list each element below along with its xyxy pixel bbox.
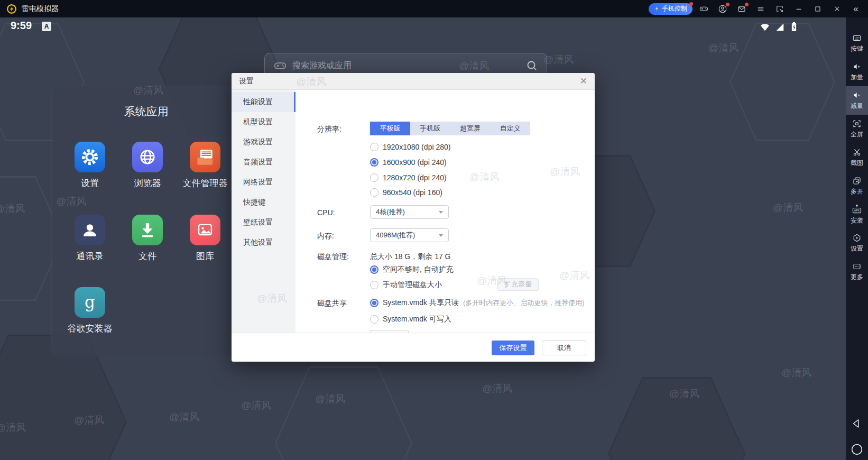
radio-manual-disk[interactable]: 手动管理磁盘大小 (370, 280, 442, 290)
toolbar-fullscreen[interactable]: 全屏 (846, 115, 868, 143)
expand-capacity-button[interactable]: 扩充容量 (497, 278, 539, 291)
account-button[interactable] (715, 2, 731, 16)
segment-tablet[interactable]: 平板版 (370, 122, 410, 135)
keyboard-icon (852, 33, 862, 43)
tab-network-settings[interactable]: 网络设置 (232, 172, 296, 192)
radio-1600x900[interactable]: 1600x900 (dpi 240) (370, 158, 447, 167)
search-placeholder: 搜索游戏或应用 (292, 60, 520, 71)
minimize-button[interactable] (791, 2, 807, 16)
toolbar-keymapping[interactable]: 按键 (846, 29, 868, 58)
lightning-icon (654, 5, 660, 12)
app-shortcut-gallery[interactable]: 图库 (181, 215, 229, 262)
toolbar-label: 减量 (851, 102, 863, 111)
tab-performance-settings[interactable]: 性能设置 (232, 92, 296, 112)
title-bar: 雷电模拟器 手机控制 (0, 0, 868, 17)
search-icon[interactable] (525, 59, 538, 72)
toolbar-label: 更多 (851, 273, 863, 282)
side-toolbar: 按键 加量 减量 全屏 (846, 17, 868, 460)
cancel-button[interactable]: 取消 (542, 341, 586, 355)
radio-1280x720[interactable]: 1280x720 (dpi 240) (370, 173, 447, 182)
more-icon (852, 262, 862, 271)
ldplayer-window: 雷电模拟器 手机控制 (0, 0, 868, 460)
hexagon-decoration (730, 23, 835, 141)
toolbar-label: 按键 (851, 44, 863, 53)
app-shortcut-settings[interactable]: 设置 (66, 142, 114, 189)
messages-button[interactable] (734, 2, 750, 16)
maximize-button[interactable] (810, 2, 826, 16)
volume-up-icon (852, 62, 862, 71)
save-settings-button[interactable]: 保存设置 (492, 341, 534, 355)
radio-icon (370, 158, 378, 167)
multi-instance-icon (852, 176, 862, 186)
phone-control-button[interactable]: 手机控制 (649, 3, 692, 15)
back-icon[interactable] (850, 417, 864, 430)
tab-game-settings[interactable]: 游戏设置 (232, 132, 296, 152)
toolbar-label: 设置 (851, 244, 863, 253)
tab-other-settings[interactable]: 其他设置 (232, 233, 296, 253)
app-shortcut-browser[interactable]: 浏览器 (123, 142, 172, 189)
radio-icon (370, 315, 378, 324)
resolution-segmented-control: 平板版 手机版 超宽屏 自定义 (370, 122, 530, 135)
tab-wallpaper-settings[interactable]: 壁纸设置 (232, 213, 296, 233)
toolbar-settings[interactable]: 设置 (846, 229, 868, 257)
volume-down-icon (852, 90, 862, 100)
dialog-header[interactable]: 设置 ✕ (232, 73, 595, 90)
resolution-label: 分辨率: (317, 125, 341, 134)
app-shortcut-file-manager[interactable]: 文件管理器 (181, 142, 229, 189)
menu-button[interactable] (753, 2, 769, 16)
tab-shortcut-keys[interactable]: 快捷键 (232, 192, 296, 213)
contacts-app-icon (75, 215, 105, 245)
clock: 9:59 (11, 20, 32, 32)
app-shortcut-google-installer[interactable]: g 谷歌安装器 (66, 287, 114, 335)
segment-custom[interactable]: 自定义 (490, 122, 530, 135)
app-shortcut-contacts[interactable]: 通讯录 (66, 215, 114, 262)
close-button[interactable] (829, 2, 845, 16)
radio-960x540[interactable]: 960x540 (dpi 160) (370, 188, 442, 197)
toolbar-install-apk[interactable]: APK 安装 (846, 200, 868, 229)
folder-title: 系统应用 (52, 104, 241, 119)
radio-vmdk-readonly[interactable]: System.vmdk 共享只读 (多开时内存更小、启动更快，推荐使用) (370, 298, 585, 308)
toolbar-volume-up[interactable]: 加量 (846, 58, 868, 86)
radio-1920x1080[interactable]: 1920x1080 (dpi 280) (370, 143, 450, 151)
toolbar-more[interactable]: 更多 (846, 257, 868, 286)
app-label: 谷歌安装器 (68, 323, 113, 335)
tab-audio-settings[interactable]: 音频设置 (232, 152, 296, 172)
app-shortcut-downloads[interactable]: 文件 (123, 215, 172, 262)
file-manager-app-icon (190, 142, 220, 172)
app-label: 文件 (138, 250, 156, 262)
radio-auto-expand[interactable]: 空间不够时, 自动扩充 (370, 265, 454, 274)
signal-icon (774, 21, 786, 33)
collapse-sidebar-button[interactable]: « (848, 2, 864, 16)
disk-share-label: 磁盘共享 (317, 299, 347, 308)
hexagon-decoration (608, 377, 745, 460)
app-logo-icon (6, 4, 17, 14)
radio-icon (370, 173, 378, 182)
dialog-sidebar: 性能设置 机型设置 游戏设置 音频设置 网络设置 快捷键 壁纸设置 其他设置 (232, 90, 296, 333)
hexagon-decoration (275, 366, 412, 460)
cpu-select[interactable]: 4核(推荐) (370, 205, 449, 219)
dialog-body: 分辨率: 平板版 手机版 超宽屏 自定义 1920x1080 (dpi 280)… (296, 90, 595, 333)
memory-select[interactable]: 4096M(推荐) (370, 228, 449, 242)
toolbar-screenshot[interactable]: 截图 (846, 143, 868, 172)
scissors-icon (852, 148, 862, 157)
home-icon[interactable] (849, 442, 864, 457)
tab-device-model-settings[interactable]: 机型设置 (232, 112, 296, 132)
toolbar-multi-instance[interactable]: 多开 (846, 172, 868, 200)
radio-vmdk-writable[interactable]: System.vmdk 可写入 (370, 315, 451, 324)
gamepad-button[interactable] (696, 2, 712, 16)
toolbar-label: 全屏 (851, 130, 863, 139)
app-label: 浏览器 (134, 177, 161, 189)
battery-icon (789, 21, 799, 33)
segment-phone[interactable]: 手机版 (410, 122, 450, 135)
toolbar-volume-down[interactable]: 减量 (846, 86, 868, 115)
downloads-app-icon (132, 215, 163, 245)
fullscreen-icon (852, 119, 862, 128)
segment-ultrawide[interactable]: 超宽屏 (450, 122, 491, 135)
dialog-close-icon[interactable]: ✕ (580, 76, 587, 87)
dialog-footer: 保存设置 取消 (232, 333, 595, 362)
disk-size-summary: 总大小 18 G，剩余 17 G (370, 252, 450, 262)
boss-key-button[interactable] (772, 2, 788, 16)
phone-control-label: 手机控制 (662, 4, 687, 13)
chevron-down-icon (439, 211, 443, 214)
app-title: 雷电模拟器 (22, 4, 59, 14)
